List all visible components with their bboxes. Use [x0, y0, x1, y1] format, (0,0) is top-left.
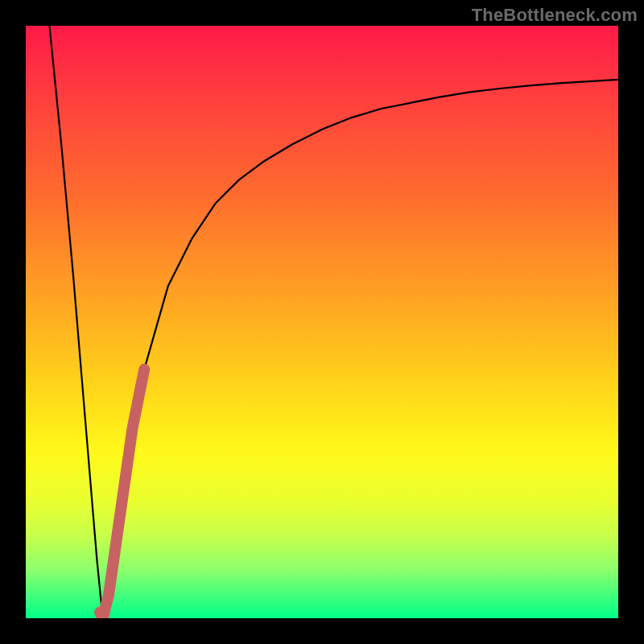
highlight-segment	[100, 369, 144, 618]
curve-overlay	[26, 26, 618, 618]
watermark-text: TheBottleneck.com	[472, 5, 638, 26]
bottleneck-curve	[49, 26, 618, 618]
plot-area	[26, 26, 618, 618]
chart-frame: TheBottleneck.com	[0, 0, 644, 644]
